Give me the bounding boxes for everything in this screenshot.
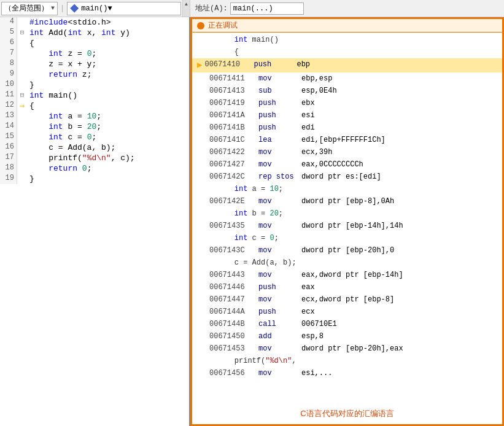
disasm-mnemonic: mov [258,159,301,170]
line-marker [17,174,27,184]
disasm-operand: esi [301,110,315,121]
disasm-no-arrow [197,294,209,305]
bottom-label: C语言代码对应的汇编语言 [300,408,394,419]
code-panel: 4 #include<stdio.h> 5 ⊟ int Add(int x, i… [0,17,190,426]
table-row: 11 ⊟ int main() [0,90,189,101]
line-number: 5 [0,28,17,38]
line-marker [17,132,27,142]
disasm-no-arrow [197,85,209,96]
disasm-asm-row: 00671446 push eax [192,281,502,293]
disasm-operand: ebx [301,98,315,109]
disasm-mnemonic: lea [258,134,301,145]
line-number: 15 [0,132,17,142]
disasm-addr: 00671427 [209,159,258,170]
disasm-asm-row: 0067144A push ecx [192,306,502,318]
line-marker [17,163,27,174]
disasm-operand: dword ptr [ebp-14h],14h [301,220,403,231]
disasm-asm-row: 0067142C rep stos dword ptr es:[edi] [192,171,502,183]
disasm-mnemonic: mov [258,269,301,281]
disasm-addr: 0067141B [209,122,258,133]
disasm-asm-row: 00671453 mov dword ptr [ebp-20h],eax [192,343,502,355]
collapse-icon[interactable]: ⊟ [20,91,25,99]
disasm-mnemonic: mov [258,294,301,305]
disasm-source-text: int main() [217,34,279,45]
disasm-operand: esi,... [301,368,332,379]
disasm-addr: 00671435 [209,220,258,231]
disasm-current-arrow: ▶ [197,59,202,72]
table-row: 13 int a = 10; [0,111,189,122]
disasm-source-text: { [217,47,239,58]
line-number: 13 [0,111,17,122]
table-row: 16 c = Add(a, b); [0,142,189,153]
disasm-no-arrow [197,147,209,158]
code-content: int c = 0; [27,132,189,142]
disasm-addr: 00671453 [209,343,258,354]
disasm-asm-row: 0067141A push esi [192,109,502,122]
disasm-asm-row: 0067144B call 006710E1 [192,318,502,330]
disasm-title-icon [197,22,204,29]
code-content: printf("%d\n", c); [27,153,189,163]
disasm-no-arrow [197,282,209,293]
code-content: int b = 20; [27,122,189,132]
line-number: 12 [0,101,17,111]
scroll-up-icon: ▲ [185,1,188,7]
disasm-no-arrow [197,171,209,182]
disasm-no-arrow [197,306,209,317]
disasm-no-arrow [197,245,209,256]
table-row: 12 ⇒ { [0,101,189,111]
line-number: 4 [0,17,17,28]
disasm-mnemonic: mov [258,245,301,256]
addr-input[interactable] [230,2,304,15]
func-arrow: ▼ [107,4,112,13]
disasm-mnemonic: rep stos [258,171,301,182]
table-row: 18 return 0; [0,163,189,174]
disasm-no-arrow [197,110,209,121]
line-marker [17,80,27,90]
func-label: main() [81,4,107,13]
disasm-mnemonic: call [258,319,301,330]
table-row: 4 #include<stdio.h> [0,17,189,28]
disasm-header-title: 正在调试 [208,20,238,31]
disasm-source-row: int b = 20; [192,207,502,220]
disasm-addr: 0067141C [209,134,258,145]
line-marker [17,153,27,163]
code-content: #include<stdio.h> [27,17,189,28]
line-number: 11 [0,90,17,101]
disasm-operand: ecx,dword ptr [ebp-8] [301,294,394,305]
disasm-mnemonic: push [254,59,297,72]
disasm-source-row: printf("%d\n", [192,355,502,367]
line-number: 19 [0,174,17,184]
code-content: int main() [27,90,189,101]
disasm-mnemonic: mov [258,147,301,158]
collapse-icon[interactable]: ⊟ [20,29,25,36]
disasm-source-text: int c = 0; [217,233,279,244]
line-number: 17 [0,153,17,163]
table-row: 19 } [0,174,189,184]
code-content: { [27,38,189,48]
disasm-asm-row: 0067141B push edi [192,122,502,134]
table-row: 14 int b = 20; [0,122,189,132]
line-marker [17,111,27,122]
disasm-asm-row: 00671422 mov ecx,39h [192,146,502,158]
disasm-no-arrow [197,331,209,342]
line-number: 6 [0,38,17,48]
code-scrollbar-up[interactable]: ▲ [182,0,190,17]
code-content: c = Add(a, b); [27,142,189,153]
disasm-asm-row: 0067142E mov dword ptr [ebp-8],0Ah [192,195,502,207]
table-row: 10 } [0,80,189,90]
disasm-mnemonic: mov [258,343,301,354]
table-row: 5 ⊟ int Add(int x, int y) [0,28,189,38]
disasm-asm-row: 00671456 mov esi,... [192,367,502,379]
disasm-addr: 00671410 [204,59,254,72]
line-marker [17,59,27,69]
disasm-no-arrow [197,319,209,330]
disasm-addr: 00671447 [209,294,258,305]
disasm-source-row: int a = 10; [192,183,502,195]
code-content: } [27,80,189,90]
disasm-addr: 0067144B [209,319,258,330]
scope-dropdown[interactable]: （全局范围） ▼ [1,2,58,15]
func-dropdown[interactable]: main() ▼ [67,2,181,15]
disasm-addr: 00671446 [209,282,258,293]
line-number: 9 [0,69,17,80]
line-number: 18 [0,163,17,174]
